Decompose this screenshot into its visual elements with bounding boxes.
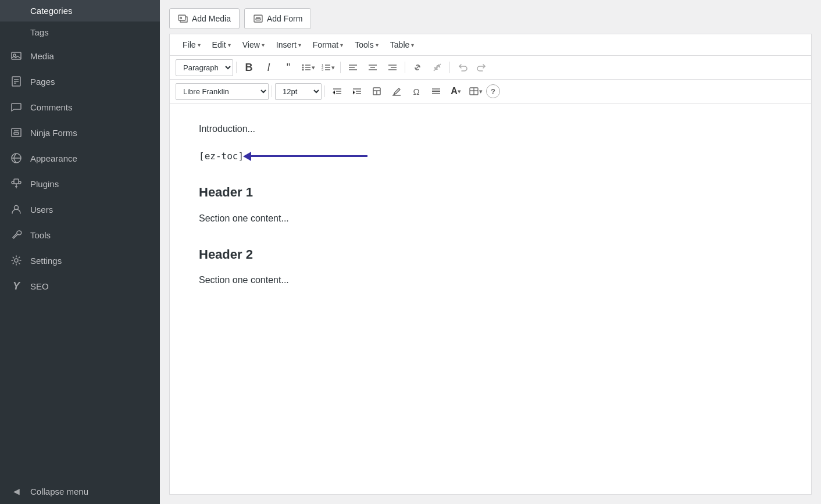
menu-bar: File ▾ Edit ▾ View ▾ Insert ▾ Format ▾ T… (170, 34, 811, 56)
add-form-icon (253, 13, 263, 24)
editor-content[interactable]: Introduction... [ez-toc] Header 1 Sectio… (170, 103, 811, 494)
separator-6 (324, 85, 325, 97)
comments-icon (9, 100, 23, 114)
edit-chevron-icon: ▾ (228, 42, 231, 48)
redo-button[interactable] (473, 59, 491, 76)
intro-paragraph: Introduction... (199, 121, 782, 137)
arrow-annotation (244, 152, 367, 161)
main-content: Add Media Add Form File ▾ Edit ▾ View ▾ … (160, 0, 821, 504)
italic-button[interactable]: I (259, 59, 278, 76)
format-toolbar-1: Paragraph B I " ▾ 123 ▾ (170, 56, 811, 80)
sidebar-item-settings[interactable]: Settings (0, 248, 160, 273)
menu-tools[interactable]: Tools ▾ (349, 38, 384, 52)
section1-content: Section one content... (199, 210, 782, 226)
header2: Header 2 (199, 244, 782, 265)
blockquote-button[interactable]: " (279, 59, 298, 76)
menu-format[interactable]: Format ▾ (307, 38, 349, 52)
bold-button[interactable]: B (240, 59, 258, 76)
svg-rect-0 (12, 52, 21, 59)
sidebar-item-plugins[interactable]: Plugins (0, 171, 160, 196)
sidebar-item-users[interactable]: Users (0, 196, 160, 222)
top-toolbar: Add Media Add Form (160, 0, 821, 34)
menu-insert[interactable]: Insert ▾ (270, 38, 307, 52)
pages-icon (9, 74, 23, 88)
paragraph-select[interactable]: Paragraph (176, 59, 233, 76)
svg-point-13 (180, 17, 182, 19)
menu-view[interactable]: View ▾ (237, 38, 270, 52)
svg-point-17 (302, 65, 304, 66)
svg-rect-16 (256, 19, 260, 20)
font-family-select[interactable]: Libre Franklin (176, 83, 269, 100)
sidebar-item-media[interactable]: Media (0, 43, 160, 69)
view-chevron-icon: ▾ (262, 42, 265, 48)
svg-rect-8 (14, 133, 19, 134)
sidebar-item-collapse[interactable]: ◀ Collapse menu (0, 478, 160, 504)
svg-point-11 (15, 259, 18, 262)
shortcode-line: [ez-toc] (199, 148, 782, 164)
arrow-head (243, 152, 251, 161)
table-insert-button[interactable]: ▾ (466, 83, 485, 100)
align-left-button[interactable] (344, 59, 362, 76)
section2-content: Section one content... (199, 272, 782, 288)
sidebar-item-ninja-forms[interactable]: Ninja Forms (0, 120, 160, 145)
menu-file[interactable]: File ▾ (177, 38, 206, 52)
add-form-button[interactable]: Add Form (244, 8, 311, 29)
plugins-icon (9, 177, 23, 191)
unlink-button[interactable] (428, 59, 447, 76)
file-chevron-icon: ▾ (198, 42, 201, 48)
svg-point-19 (302, 69, 304, 71)
ninja-forms-icon (9, 126, 23, 140)
header1: Header 1 (199, 181, 782, 203)
font-size-select[interactable]: 12pt (275, 83, 322, 100)
svg-rect-9 (14, 179, 19, 184)
format-chevron-icon: ▾ (340, 42, 343, 48)
sidebar: Categories Tags Media Pages Comments Nin… (0, 0, 160, 504)
undo-button[interactable] (453, 59, 472, 76)
format-toolbar-2: Libre Franklin 12pt Ω (170, 80, 811, 103)
sidebar-item-tools[interactable]: Tools (0, 222, 160, 248)
link-button[interactable] (408, 59, 427, 76)
shortcode-text: [ez-toc] (199, 148, 244, 164)
arrow-line (251, 155, 367, 157)
align-center-button[interactable] (363, 59, 382, 76)
menu-table[interactable]: Table ▾ (384, 38, 420, 52)
sidebar-item-pages[interactable]: Pages (0, 69, 160, 94)
media-icon (9, 49, 23, 63)
tools-menu-chevron-icon: ▾ (376, 42, 379, 48)
settings-icon (9, 253, 23, 267)
sidebar-item-categories[interactable]: Categories (0, 0, 160, 22)
appearance-icon (9, 151, 23, 165)
menu-edit[interactable]: Edit ▾ (206, 38, 237, 52)
table-chevron-icon: ▾ (411, 42, 414, 48)
indent-button[interactable] (348, 83, 366, 100)
sidebar-item-seo[interactable]: Y SEO (0, 273, 160, 299)
editor-wrap: File ▾ Edit ▾ View ▾ Insert ▾ Format ▾ T… (169, 34, 812, 495)
erase-button[interactable] (387, 83, 406, 100)
collapse-icon: ◀ (9, 484, 23, 498)
separator-4 (449, 62, 450, 73)
help-button[interactable]: ? (486, 84, 500, 98)
unordered-list-button[interactable]: ▾ (299, 59, 317, 76)
separator-1 (236, 62, 237, 73)
align-right-button[interactable] (383, 59, 402, 76)
insert-chevron-icon: ▾ (298, 42, 301, 48)
add-media-icon (178, 13, 188, 24)
outdent-button[interactable] (328, 83, 347, 100)
separator-2 (340, 62, 341, 73)
ordered-list-button[interactable]: 123 ▾ (319, 59, 337, 76)
sidebar-item-tags[interactable]: Tags (0, 22, 160, 43)
svg-text:3: 3 (322, 68, 324, 72)
template-button[interactable] (367, 83, 386, 100)
sidebar-item-comments[interactable]: Comments (0, 94, 160, 120)
font-color-button[interactable]: A ▾ (447, 83, 465, 100)
seo-icon: Y (9, 279, 23, 293)
special-chars-button[interactable]: Ω (407, 83, 426, 100)
separator-5 (272, 85, 272, 97)
add-media-button[interactable]: Add Media (169, 8, 240, 29)
tools-icon (9, 228, 23, 242)
hr-button[interactable] (427, 83, 445, 100)
separator-3 (405, 62, 405, 73)
svg-point-18 (302, 67, 304, 69)
users-icon (9, 202, 23, 216)
sidebar-item-appearance[interactable]: Appearance (0, 145, 160, 171)
